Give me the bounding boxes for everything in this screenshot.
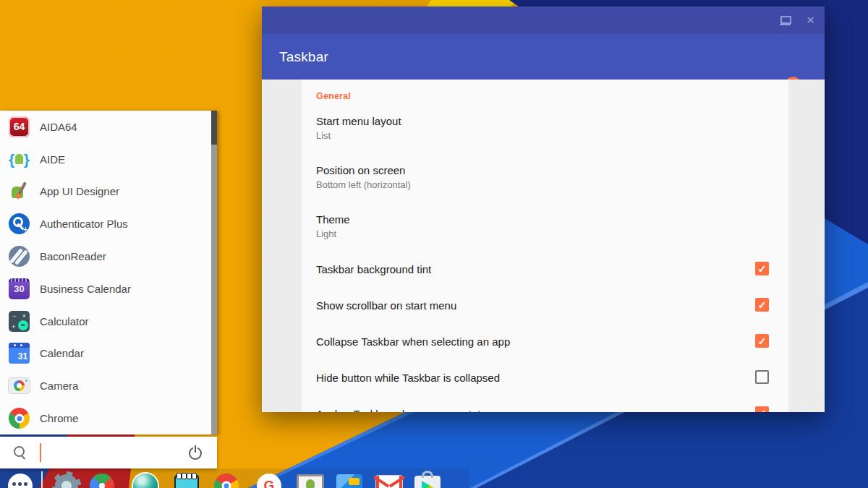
search-input[interactable] <box>45 442 171 464</box>
chrome-icon <box>9 408 30 429</box>
desktop: × Taskbar General Start menu layout List… <box>0 0 868 488</box>
checkbox[interactable]: ✓ <box>755 334 769 348</box>
check-icon: ✓ <box>758 300 767 310</box>
camera-icon <box>9 375 30 396</box>
play-store-icon[interactable] <box>414 476 441 488</box>
start-menu-app-calculator[interactable]: −× += Calculator <box>0 305 217 338</box>
start-menu-app-aide[interactable]: {} AIDE <box>0 143 217 176</box>
notepad-app-icon[interactable] <box>174 475 199 488</box>
start-menu-app-camera[interactable]: Camera <box>0 369 217 402</box>
file-manager-icon[interactable] <box>336 474 362 488</box>
baconreader-icon <box>9 246 30 267</box>
fullscreen-icon[interactable] <box>780 16 791 25</box>
setting-show-scrollbar[interactable]: Show scrollbar on start menu ✓ <box>316 299 721 312</box>
setting-hide-button[interactable]: Hide button while Taskbar is collapsed ✓ <box>316 372 721 384</box>
settings-gear-icon[interactable] <box>54 474 79 488</box>
start-menu-app-aida64[interactable]: 64 AIDA64 <box>0 111 217 143</box>
page-title: Taskbar <box>279 34 328 80</box>
aide-icon: {} <box>9 149 30 170</box>
business-calendar-icon: 30 <box>9 278 30 299</box>
window-titlebar[interactable]: × <box>262 7 825 34</box>
start-menu-app-authenticator-plus[interactable]: + Authenticator Plus <box>0 207 217 240</box>
setting-anchor-taskbar[interactable]: Anchor Taskbar when screen rotates ✓ <box>316 408 721 412</box>
search-icon <box>14 446 27 459</box>
checkbox[interactable]: ✓ <box>755 262 769 275</box>
settings-content: General Start menu layout List Position … <box>262 80 825 412</box>
start-menu-scrollbar-track[interactable] <box>211 111 217 435</box>
setting-collapse-taskbar[interactable]: Collapse Taskbar when selecting an app ✓ <box>316 335 721 348</box>
check-icon: ✓ <box>758 264 767 274</box>
android-screen-app-icon[interactable] <box>297 474 324 488</box>
calculator-icon: −× += <box>9 311 30 332</box>
gmail-icon[interactable] <box>376 476 402 488</box>
setting-taskbar-background-tint[interactable]: Taskbar background tint ✓ <box>316 263 721 275</box>
setting-start-menu-layout[interactable]: Start menu layout List <box>316 115 721 141</box>
taskbar-settings-window: × Taskbar General Start menu layout List… <box>262 7 825 412</box>
check-icon: ✓ <box>758 336 767 346</box>
checkbox[interactable]: ✓ <box>755 298 769 312</box>
start-menu-app-app-ui-designer[interactable]: App UI Designer <box>0 176 217 208</box>
app-ui-designer-icon <box>9 181 30 202</box>
setting-position-on-screen[interactable]: Position on screen Bottom left (horizont… <box>316 164 721 190</box>
start-menu-app-chrome[interactable]: Chrome <box>0 402 217 435</box>
start-menu-search-bar <box>0 437 217 468</box>
taskbar-divider <box>41 471 43 488</box>
checkbox[interactable]: ✓ <box>755 370 769 384</box>
checkbox[interactable]: ✓ <box>755 406 769 412</box>
setting-theme[interactable]: Theme Light <box>316 213 721 239</box>
start-menu-app-calendar[interactable]: 31 Calendar <box>0 338 217 370</box>
power-icon[interactable] <box>188 445 203 460</box>
calendar-icon: 31 <box>9 343 30 364</box>
app-bar: Taskbar <box>262 34 825 80</box>
text-caret <box>40 443 41 462</box>
authenticator-plus-icon: + <box>9 213 30 234</box>
start-menu-app-baconreader[interactable]: BaconReader <box>0 240 217 273</box>
check-icon: ✓ <box>758 408 767 413</box>
start-menu-scrollbar-thumb[interactable] <box>211 111 217 145</box>
start-menu: 64 AIDA64 {} AIDE App UI Designer + Auth… <box>0 111 217 435</box>
close-icon[interactable]: × <box>807 15 814 25</box>
section-header-general: General <box>316 91 351 101</box>
start-menu-app-business-calendar[interactable]: 30 Business Calendar <box>0 273 217 305</box>
aida64-icon: 64 <box>9 116 30 137</box>
